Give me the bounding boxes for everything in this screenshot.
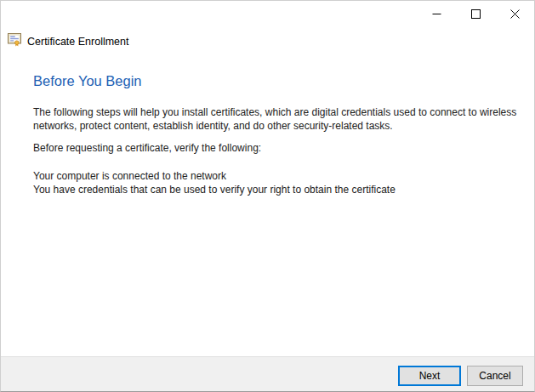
app-title: Certificate Enrollment bbox=[27, 36, 129, 48]
verify-item-credentials: You have credentials that can be used to… bbox=[33, 184, 525, 197]
titlebar bbox=[1, 1, 534, 28]
maximize-icon bbox=[471, 9, 481, 19]
minimize-icon bbox=[432, 9, 441, 19]
page-title: Before You Begin bbox=[33, 73, 142, 89]
verify-list: Your computer is connected to the networ… bbox=[33, 170, 525, 196]
intro-paragraph: The following steps will help you instal… bbox=[33, 106, 525, 133]
app-header: Certificate Enrollment bbox=[8, 32, 129, 50]
certificate-enrollment-window: Certificate Enrollment Before You Begin … bbox=[0, 0, 535, 392]
maximize-button[interactable] bbox=[456, 1, 495, 27]
window-controls bbox=[417, 1, 534, 27]
certificate-icon bbox=[8, 32, 22, 50]
minimize-button[interactable] bbox=[417, 1, 456, 27]
close-button[interactable] bbox=[495, 1, 534, 27]
next-button[interactable]: Next bbox=[398, 366, 461, 386]
close-icon bbox=[510, 9, 520, 19]
verify-item-network: Your computer is connected to the networ… bbox=[33, 170, 525, 184]
verify-prompt: Before requesting a certificate, verify … bbox=[33, 142, 525, 156]
cancel-button[interactable]: Cancel bbox=[467, 366, 523, 386]
